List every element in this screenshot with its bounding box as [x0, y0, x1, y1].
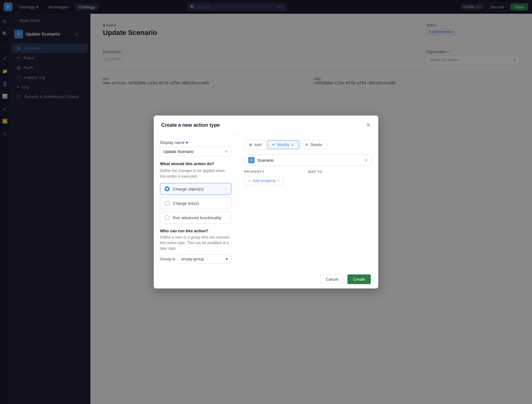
who-label: Who can run this action? — [160, 229, 231, 233]
modal-close-button[interactable]: ✕ — [366, 122, 371, 129]
modal-left-section: Display name Update Scenario ✕ What shou… — [154, 134, 238, 270]
display-name-input[interactable]: Update Scenario ✕ — [160, 147, 231, 156]
option-change-objects[interactable]: Change object(s) › — [160, 183, 231, 195]
scenario-row: S Scenario ✕ — [244, 154, 372, 166]
modal-title: Create a new action type — [161, 122, 220, 128]
modal-overlay: Create a new action type ✕ Display name … — [0, 0, 532, 404]
who-desc: Define a user or a group who can execute… — [160, 234, 231, 251]
scenario-close-icon[interactable]: ✕ — [364, 158, 368, 163]
property-col-label: PROPERTY — [244, 170, 308, 174]
add-plus-icon: ⊕ — [249, 142, 252, 147]
property-header: PROPERTY MAP TO — [244, 170, 372, 174]
display-name-dot — [186, 141, 188, 144]
option-run-advanced[interactable]: Run advanced functionality — [160, 212, 231, 224]
modal-header: Create a new action type ✕ — [154, 116, 378, 134]
group-label: Group is — [160, 257, 175, 261]
modal: Create a new action type ✕ Display name … — [154, 116, 378, 288]
action-section-label: What should this action do? — [160, 161, 231, 166]
radio-change-links — [165, 201, 170, 206]
map-to-col-label: MAP TO — [308, 170, 372, 174]
scenario-entity-icon: S — [248, 157, 254, 163]
add-button[interactable]: ⊕ Add — [244, 140, 266, 149]
modify-edit-icon: ✏ — [272, 142, 275, 147]
group-select[interactable]: empty-group ▾ — [178, 254, 231, 264]
modify-button[interactable]: ✏ Modify ✓ — [267, 140, 299, 149]
modal-body: Display name Update Scenario ✕ What shou… — [154, 134, 378, 270]
delete-button[interactable]: ✕ Delete — [300, 140, 327, 149]
cancel-button[interactable]: Cancel — [320, 274, 344, 284]
scenario-name: Scenario — [258, 158, 361, 163]
modal-footer: Cancel Create — [154, 270, 378, 288]
modal-right-section: ⊕ Add ✏ Modify ✓ ✕ Delete S Scenar — [238, 134, 378, 270]
action-section-desc: Define the changes to be applied when th… — [160, 168, 231, 179]
action-toolbar: ⊕ Add ✏ Modify ✓ ✕ Delete — [244, 140, 372, 149]
display-name-clear-icon[interactable]: ✕ — [225, 149, 228, 154]
delete-x-icon: ✕ — [305, 142, 308, 147]
add-property-button[interactable]: + Add property ▾ — [244, 176, 283, 185]
radio-change-objects — [165, 186, 170, 191]
add-property-plus-icon: + — [248, 178, 251, 183]
radio-run-advanced — [165, 215, 170, 220]
add-property-chevron-icon: ▾ — [278, 179, 279, 183]
group-row: Group is empty-group ▾ — [160, 254, 231, 264]
option-change-links[interactable]: Change link(s) — [160, 197, 231, 209]
add-property-container: + Add property ▾ — [244, 176, 372, 185]
change-objects-arrow-icon: › — [225, 187, 227, 191]
display-name-label: Display name — [160, 140, 231, 145]
group-chevron-icon: ▾ — [226, 257, 228, 261]
create-button[interactable]: Create — [347, 274, 371, 284]
modify-check-icon: ✓ — [291, 142, 294, 147]
